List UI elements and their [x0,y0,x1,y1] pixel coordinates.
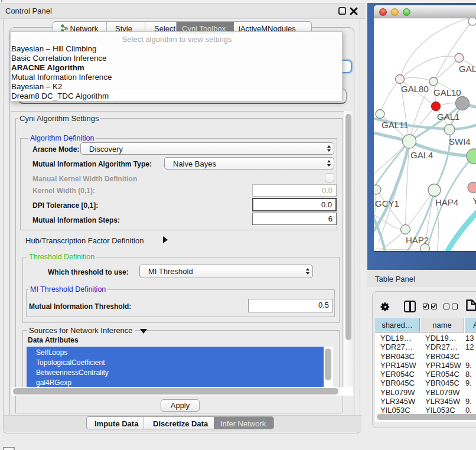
svg-text:GAL7: GAL7 [459,64,476,74]
svg-text:GAL80: GAL80 [401,84,429,94]
svg-text:GCY1: GCY1 [375,198,399,208]
svg-text:Y: Y [472,195,476,206]
svg-text:SWI4: SWI4 [449,136,471,146]
svg-text:GAL4: GAL4 [410,150,433,160]
svg-text:GAL11: GAL11 [382,120,409,130]
svg-text:GAL1: GAL1 [437,112,459,122]
svg-text:GAL10: GAL10 [433,87,461,97]
svg-text:HAP4: HAP4 [435,197,458,207]
svg-text:HAP2: HAP2 [406,235,429,245]
